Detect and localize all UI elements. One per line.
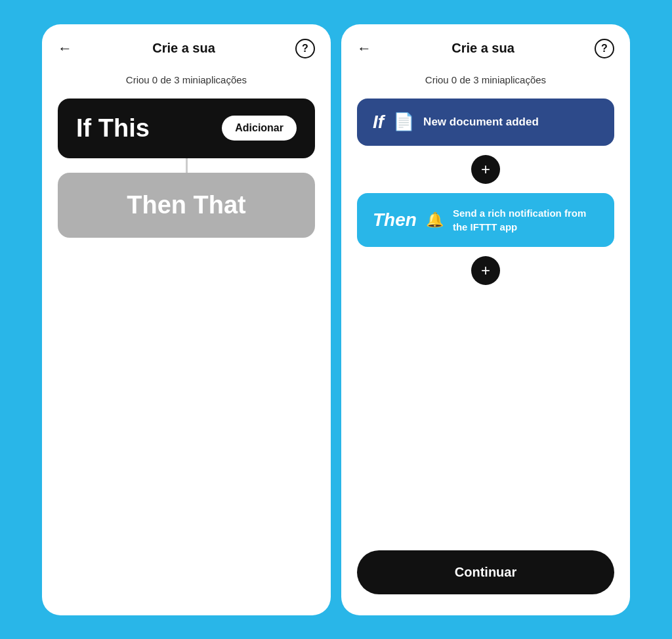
then-that-block: Then That: [58, 173, 315, 238]
left-screen: ← Crie a sua ? Criou 0 de 3 miniaplicaçõ…: [42, 24, 331, 615]
left-back-button[interactable]: ←: [58, 40, 72, 57]
bell-icon: 🔔: [426, 211, 444, 229]
document-icon: 📄: [393, 112, 414, 132]
if-this-block: If This Adicionar: [58, 99, 315, 158]
if-block-text: New document added: [423, 116, 539, 129]
right-header: ← Crie a sua ?: [341, 24, 630, 69]
right-screen: ← Crie a sua ? Criou 0 de 3 miniaplicaçõ…: [341, 24, 630, 615]
connector-line-left: [186, 158, 188, 173]
left-subtitle: Criou 0 de 3 miniaplicações: [42, 69, 331, 99]
right-back-button[interactable]: ←: [357, 40, 371, 57]
right-help-button[interactable]: ?: [595, 39, 614, 58]
then-that-label: Then That: [127, 191, 246, 219]
continuar-button[interactable]: Continuar: [357, 550, 614, 594]
left-content: If This Adicionar Then That: [42, 99, 331, 615]
if-label: If: [373, 112, 384, 133]
left-header-title: Crie a sua: [152, 41, 215, 56]
left-help-button[interactable]: ?: [295, 39, 315, 58]
left-header: ← Crie a sua ?: [42, 24, 331, 69]
if-this-label: If This: [76, 114, 150, 143]
then-label: Then: [373, 209, 417, 231]
right-content: If 📄 New document added + Then 🔔 Send a …: [341, 99, 630, 550]
adicionar-button[interactable]: Adicionar: [222, 116, 297, 141]
then-filled-block[interactable]: Then 🔔 Send a rich notification from the…: [357, 193, 614, 247]
plus-button-1[interactable]: +: [471, 155, 500, 184]
right-header-title: Crie a sua: [452, 41, 514, 56]
continuar-container: Continuar: [341, 550, 630, 615]
screens-container: ← Crie a sua ? Criou 0 de 3 miniaplicaçõ…: [42, 24, 630, 615]
plus-button-2[interactable]: +: [471, 256, 500, 285]
then-block-text: Send a rich notification from the IFTTT …: [453, 206, 598, 234]
if-filled-block[interactable]: If 📄 New document added: [357, 99, 614, 146]
right-subtitle: Criou 0 de 3 miniaplicações: [341, 69, 630, 99]
